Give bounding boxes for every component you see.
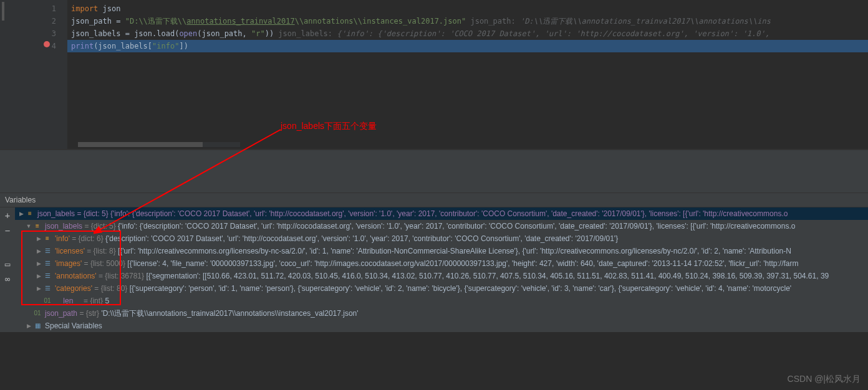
list-icon: ☰: [42, 284, 52, 293]
dict-icon: ≡: [42, 234, 52, 243]
tree-row-images[interactable]: ▶ ☰ 'images' = {list: 5000} [{'license':…: [15, 257, 868, 270]
tree-row-len[interactable]: 01 __len__ = {int} 5: [15, 295, 868, 307]
panel-separator: [0, 150, 868, 193]
variables-title: Variables: [0, 193, 868, 207]
remove-watch-icon[interactable]: −: [2, 225, 13, 236]
debug-variables-panel: Variables + − ▭ ∞ ▶ ≡ json_labels = {dic…: [0, 193, 868, 332]
glasses-icon[interactable]: ∞: [2, 273, 13, 285]
caret-right-icon[interactable]: ▶: [17, 207, 25, 220]
dict-icon: ≡: [25, 209, 35, 218]
line-number: 3: [31, 27, 56, 40]
add-watch-icon[interactable]: +: [2, 210, 13, 221]
watermark: CSDN @|松风水月: [788, 374, 861, 385]
horizontal-scrollbar[interactable]: [78, 142, 240, 147]
tree-row-categories[interactable]: ▶ ☰ 'categories' = {list: 80} [{'superca…: [15, 282, 868, 295]
dict-icon: ≡: [32, 222, 42, 231]
list-icon: ☰: [42, 272, 52, 280]
tree-row-json-labels-collapsed[interactable]: ▶ ≡ json_labels = {dict: 5} {'info': {'d…: [15, 207, 868, 220]
minimap-gutter: [0, 0, 31, 149]
variables-tree[interactable]: ▶ ≡ json_labels = {dict: 5} {'info': {'d…: [15, 207, 868, 332]
list-icon: ☰: [42, 247, 52, 255]
caret-right-icon[interactable]: ▶: [35, 270, 42, 282]
caret-right-icon[interactable]: ▶: [35, 257, 42, 270]
line-number: 2: [31, 15, 56, 27]
tree-row-special-variables[interactable]: ▶ ▦ Special Variables: [15, 320, 868, 332]
line-number-gutter: 1 2 3 4: [31, 0, 62, 149]
int-icon: 01: [42, 297, 52, 305]
annotation-text: json_labels下面五个变量: [281, 121, 377, 132]
tree-row-info[interactable]: ▶ ≡ 'info' = {dict: 6} {'description': '…: [15, 232, 868, 245]
str-icon: 01: [32, 309, 42, 318]
caret-right-icon[interactable]: ▶: [25, 320, 32, 332]
code-editor[interactable]: 1 2 3 4 import json json_path = "D:\\迅雷下…: [0, 0, 868, 150]
caret-down-icon[interactable]: ▼: [25, 220, 32, 232]
caret-right-icon[interactable]: ▶: [35, 282, 42, 295]
line-number: 1: [31, 2, 56, 15]
breakpoint-icon[interactable]: [44, 41, 50, 47]
tree-row-licenses[interactable]: ▶ ☰ 'licenses' = {list: 8} [{'url': 'htt…: [15, 245, 868, 257]
special-icon: ▦: [32, 321, 42, 330]
caret-right-icon[interactable]: ▶: [35, 245, 42, 257]
tree-row-annotations[interactable]: ▶ ☰ 'annotations' = {list: 36781} [{'seg…: [15, 270, 868, 282]
tree-row-json-labels-open[interactable]: ▼ ≡ json_labels = {dict: 5} {'info': {'d…: [15, 220, 868, 232]
code-body[interactable]: import json json_path = "D:\\迅雷下载\\annot…: [67, 0, 868, 149]
tool-icon[interactable]: ▭: [2, 259, 13, 270]
caret-right-icon[interactable]: ▶: [35, 232, 42, 245]
tree-row-json-path[interactable]: 01 json_path = {str} 'D:\\迅雷下载\\annotati…: [15, 307, 868, 320]
list-icon: ☰: [42, 259, 52, 268]
variables-toolbar: + − ▭ ∞: [0, 207, 15, 332]
